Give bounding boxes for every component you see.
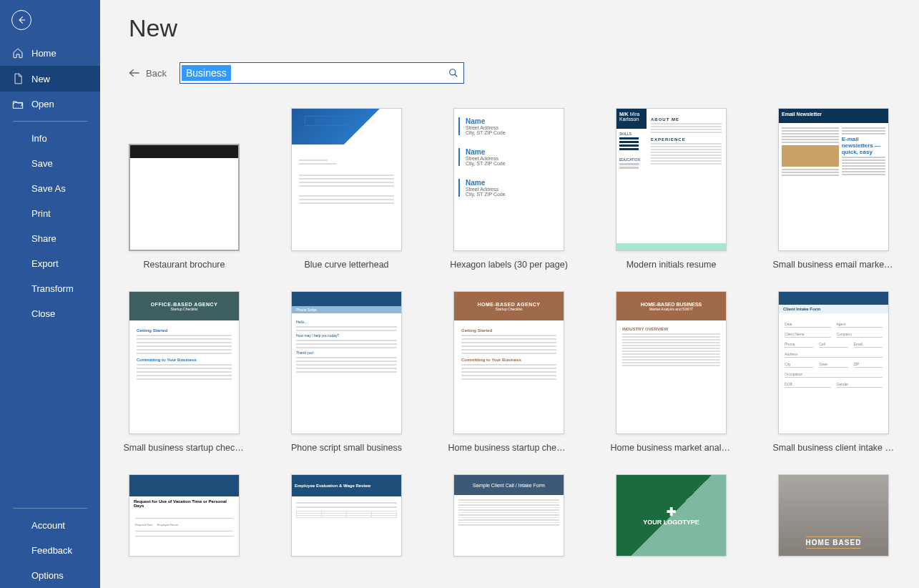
template-caption: Small business startup checklist [124, 443, 245, 453]
template-caption: Small business email marketi... [773, 260, 895, 270]
template-hexagon-labels[interactable]: NameStreet AddressCity, ST ZIP Code Name… [453, 108, 564, 270]
template-client-intake[interactable]: Client Intake Form DateAgent Client Name… [778, 291, 889, 453]
back-arrow-icon [16, 15, 26, 25]
home-icon [11, 47, 24, 59]
template-vacation-request[interactable]: Request for Use of Vacation Time or Pers… [129, 474, 240, 557]
template-thumb: NameStreet AddressCity, ST ZIP Code Name… [453, 108, 564, 251]
new-icon [11, 73, 24, 84]
template-client-call-form[interactable]: Sample Client Call / Intake Form [453, 474, 564, 557]
nav-transform[interactable]: Transform [0, 276, 100, 301]
template-caption: Home business market analy... [611, 443, 732, 453]
search-icon [448, 68, 458, 78]
template-caption: Hexagon labels (30 per page) [450, 260, 568, 270]
template-modern-initials-resume[interactable]: M/K Mira Karlsson SKILLS EDUCATION ABOUT… [616, 108, 727, 270]
main-content: New Back Business [100, 0, 919, 588]
divider [13, 508, 87, 509]
template-thumb: Sample Client Call / Intake Form [453, 474, 564, 557]
template-blue-curve-letterhead[interactable]: LOGO HERE Blue curve letterhead [291, 108, 402, 270]
template-caption: Home business startup check... [448, 443, 570, 453]
template-thumb: Phone Script Hello... How may I help you… [291, 291, 402, 434]
nav-new[interactable]: New [0, 66, 100, 92]
template-caption: Restaurant brochure [144, 260, 225, 270]
search-row: Back Business [129, 62, 919, 84]
template-thumb: HOME-BASED BUSINESSMarket Analysis and S… [616, 291, 727, 434]
search-box[interactable]: Business [180, 62, 464, 84]
search-button[interactable] [443, 63, 463, 83]
template-thumb: LOGO HERE [291, 108, 402, 251]
backstage-sidebar: Home New Open Info Save Save As Print Sh… [0, 0, 100, 588]
search-input[interactable]: Business [182, 65, 231, 81]
template-home-startup-checklist[interactable]: HOME-BASED AGENCYStartup Checklist Getti… [453, 291, 564, 453]
template-thumb: OFFICE-BASED AGENCYStartup Checklist Get… [129, 291, 240, 434]
page-title: New [129, 14, 919, 42]
template-email-marketing[interactable]: Email Newsletter E-mail newsletters — qu… [778, 108, 889, 270]
template-thumb [129, 144, 240, 251]
template-thumb: HOME-BASED AGENCYStartup Checklist Getti… [453, 291, 564, 434]
template-market-analysis[interactable]: HOME-BASED BUSINESSMarket Analysis and S… [616, 291, 727, 453]
template-home-based[interactable]: HOME BASED [778, 474, 889, 557]
nav-home[interactable]: Home [0, 40, 100, 66]
template-employee-eval[interactable]: Employee Evaluation & Wage Review [291, 474, 402, 557]
svg-point-0 [450, 69, 456, 75]
nav-save-as[interactable]: Save As [0, 176, 100, 201]
nav-share[interactable]: Share [0, 226, 100, 251]
template-thumb: M/K Mira Karlsson SKILLS EDUCATION ABOUT… [616, 108, 727, 251]
template-row: Restaurant brochure LOGO HERE [129, 108, 919, 270]
template-thumb: ✚YOUR LOGOTYPE [616, 474, 727, 557]
template-thumb: HOME BASED [778, 474, 889, 557]
search-back-button[interactable]: Back [129, 68, 167, 79]
nav-new-label: New [31, 74, 50, 84]
nav-account[interactable]: Account [0, 513, 100, 538]
template-thumb: Request for Use of Vacation Time or Pers… [129, 474, 240, 557]
nav-options[interactable]: Options [0, 563, 100, 588]
nav-info[interactable]: Info [0, 126, 100, 151]
nav-print[interactable]: Print [0, 201, 100, 226]
divider [13, 121, 87, 122]
template-green-logotype[interactable]: ✚YOUR LOGOTYPE [616, 474, 727, 557]
template-grid: Restaurant brochure LOGO HERE [129, 108, 919, 557]
template-caption: Blue curve letterhead [304, 260, 388, 270]
template-caption: Modern initials resume [626, 260, 717, 270]
template-row: OFFICE-BASED AGENCYStartup Checklist Get… [129, 291, 919, 453]
back-button[interactable] [11, 10, 31, 30]
search-back-label: Back [146, 68, 167, 79]
template-row: Request for Use of Vacation Time or Pers… [129, 474, 919, 557]
nav-home-label: Home [31, 48, 56, 59]
nav-feedback[interactable]: Feedback [0, 538, 100, 563]
nav-export[interactable]: Export [0, 251, 100, 276]
nav-open-label: Open [31, 99, 54, 109]
back-arrow-icon [129, 69, 140, 77]
template-thumb: Client Intake Form DateAgent Client Name… [778, 291, 889, 434]
template-caption: Phone script small business [291, 443, 402, 453]
nav-save[interactable]: Save [0, 151, 100, 176]
template-thumb: Employee Evaluation & Wage Review [291, 474, 402, 557]
template-restaurant-brochure[interactable]: Restaurant brochure [129, 108, 240, 270]
nav-close[interactable]: Close [0, 301, 100, 326]
open-icon [11, 99, 24, 109]
template-caption: Small business client intake f... [773, 443, 895, 453]
template-phone-script[interactable]: Phone Script Hello... How may I help you… [291, 291, 402, 453]
template-thumb: Email Newsletter E-mail newsletters — qu… [778, 108, 889, 251]
template-startup-checklist[interactable]: OFFICE-BASED AGENCYStartup Checklist Get… [129, 291, 240, 453]
nav-open[interactable]: Open [0, 92, 100, 117]
